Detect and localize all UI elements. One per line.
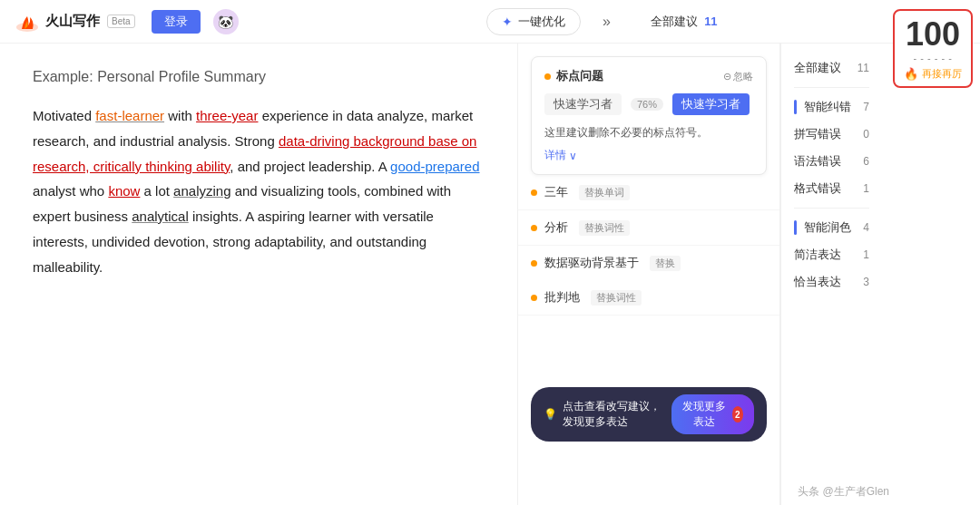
item-label-shuju: 数据驱动背景基于 xyxy=(544,255,639,271)
sidebar-item-concise[interactable]: 简洁表达 1 xyxy=(781,241,882,268)
suggestion-card-punctuation: 标点问题 ⊝ 忽略 快速学习者 76% 快速学习者 这里建议删除不必要的标点符号… xyxy=(531,56,767,175)
item-label-pipa: 批判地 xyxy=(544,289,580,306)
concise-label: 简洁表达 xyxy=(794,247,841,263)
grammar-count: 6 xyxy=(863,155,869,168)
smart-polish-bar: 智能润色 xyxy=(794,219,851,236)
grammar-label: 语法错误 xyxy=(794,153,841,170)
suggestion-description: 这里建议删除不必要的标点符号。 xyxy=(544,124,753,141)
concise-count: 1 xyxy=(863,248,869,261)
header-center: ✦ 一键优化 » 全部建议 11 xyxy=(239,8,965,35)
spark-icon: ✦ xyxy=(502,15,513,29)
format-count: 1 xyxy=(863,182,869,195)
spelling-label: 拼写错误 xyxy=(794,126,841,142)
blue-indicator xyxy=(794,100,797,114)
sidebar-item-grammar[interactable]: 语法错误 6 xyxy=(781,148,882,175)
highlight-good-prepared[interactable]: good-prepared xyxy=(390,159,479,174)
dot-icon xyxy=(531,260,537,267)
suggestions-panel: 标点问题 ⊝ 忽略 快速学习者 76% 快速学习者 这里建议删除不必要的标点符号… xyxy=(517,44,780,505)
highlight-analytical[interactable]: analytical xyxy=(132,209,189,224)
proper-count: 3 xyxy=(863,276,869,288)
login-button[interactable]: 登录 xyxy=(152,10,201,34)
score-sub: - - - - - - xyxy=(902,53,964,63)
replace-button-shuju[interactable]: 替换 xyxy=(650,256,681,271)
proper-label: 恰当表达 xyxy=(794,274,841,290)
ignore-label: 忽略 xyxy=(733,70,753,83)
text-and: , and project leadership. A xyxy=(230,159,390,174)
word-compare: 快速学习者 76% 快速学习者 xyxy=(544,93,753,115)
smart-correction-label: 智能纠错 xyxy=(804,99,851,115)
chevron-down-icon: ∨ xyxy=(569,150,577,162)
tooltip-bar: 💡 点击查看改写建议，发现更多表达 发现更多表达 2 xyxy=(531,387,767,442)
sidebar-all-count: 11 xyxy=(858,62,869,74)
sidebar-item-format[interactable]: 格式错误 1 xyxy=(781,175,882,202)
more-button[interactable]: » xyxy=(595,10,618,34)
highlight-fast-learner[interactable]: fast-learner xyxy=(95,108,164,123)
ignore-button[interactable]: ⊝ 忽略 xyxy=(723,70,753,83)
score-tag: 76% xyxy=(631,98,663,111)
smart-correction-bar: 智能纠错 xyxy=(794,99,851,115)
sidebar-item-proper[interactable]: 恰当表达 3 xyxy=(781,268,882,296)
suggestion-card-header: 标点问题 ⊝ 忽略 xyxy=(544,68,753,84)
beta-badge: Beta xyxy=(107,15,135,28)
dot-icon xyxy=(531,225,537,231)
suggestion-item-3nian: 三年 替换单词 xyxy=(518,175,779,210)
item-label-fenxi: 分析 xyxy=(544,219,568,236)
tooltip-message: 点击查看改写建议，发现更多表达 xyxy=(563,399,671,430)
suggestion-item-shuju: 数据驱动背景基于 替换 xyxy=(518,246,779,280)
sidebar-divider-2 xyxy=(794,208,869,209)
sidebar-item-smart-correction[interactable]: 智能纠错 7 xyxy=(781,93,882,121)
score-action-label: 再接再厉 xyxy=(922,67,962,81)
sidebar-item-smart-polish[interactable]: 智能润色 4 xyxy=(781,214,882,241)
item-label-3nian: 三年 xyxy=(544,184,568,200)
dot-icon xyxy=(531,189,537,196)
editor-area: Example: Personal Profile Summary Motiva… xyxy=(0,44,517,505)
dot-icon xyxy=(544,73,551,80)
highlight-three-year[interactable]: three-year xyxy=(196,108,258,123)
doc-body: Motivated fast-learner with three-year e… xyxy=(33,103,485,279)
text-motivated: Motivated xyxy=(33,108,95,123)
word-suggested[interactable]: 快速学习者 xyxy=(672,93,750,115)
sidebar-divider-1 xyxy=(794,87,869,88)
logo-icon xyxy=(15,9,40,34)
text-analyst: analyst who xyxy=(33,183,108,199)
optimize-button[interactable]: ✦ 一键优化 xyxy=(486,8,581,35)
discover-label: 发现更多表达 xyxy=(682,399,727,430)
tooltip-text: 💡 点击查看改写建议，发现更多表达 xyxy=(544,399,671,430)
watermark: 头条 @生产者Glen xyxy=(798,484,889,500)
text-with: with xyxy=(164,108,196,123)
smart-polish-label: 智能润色 xyxy=(804,219,851,236)
sidebar-item-spelling[interactable]: 拼写错误 0 xyxy=(781,121,882,148)
discover-count-badge: 2 xyxy=(732,406,743,422)
detail-button[interactable]: 详情 ∨ xyxy=(544,148,577,163)
format-label: 格式错误 xyxy=(794,180,841,197)
smart-polish-count: 4 xyxy=(863,221,869,234)
fire-icon: 🔥 xyxy=(904,67,918,81)
sidebar-all-label: 全部建议 xyxy=(794,60,841,76)
suggestion-type-label: 标点问题 xyxy=(556,68,603,84)
replace-pos-button-pipa[interactable]: 替换词性 xyxy=(591,290,642,306)
suggestion-item-fenxi: 分析 替换词性 xyxy=(518,210,779,246)
text-alot: a lot xyxy=(140,183,173,199)
sidebar-item-all[interactable]: 全部建议 11 xyxy=(781,54,882,82)
avatar-button[interactable]: 🐼 xyxy=(213,9,239,34)
logo-text: 火山写作 xyxy=(45,13,100,30)
logo-area: 火山写作 Beta 登录 🐼 xyxy=(15,9,239,34)
discover-more-button[interactable]: 发现更多表达 2 xyxy=(671,394,754,434)
dot-icon xyxy=(531,295,537,301)
score-number: 100 xyxy=(902,16,964,53)
highlight-analyzing[interactable]: analyzing xyxy=(173,183,230,199)
replace-pos-button-fenxi[interactable]: 替换词性 xyxy=(579,220,630,236)
lightbulb-icon: 💡 xyxy=(544,408,557,421)
replace-word-button-3nian[interactable]: 替换单词 xyxy=(579,185,630,200)
score-box: 100 - - - - - - 🔥 再接再厉 xyxy=(893,9,973,88)
app-header: 火山写作 Beta 登录 🐼 ✦ 一键优化 » 全部建议 11 xyxy=(0,0,980,44)
ignore-circle-icon: ⊝ xyxy=(723,71,731,83)
optimize-label: 一键优化 xyxy=(518,14,565,30)
smart-correction-count: 7 xyxy=(863,101,869,113)
suggestions-header-label: 全部建议 11 xyxy=(651,14,718,30)
highlight-know[interactable]: know xyxy=(108,183,140,199)
suggestion-type: 标点问题 xyxy=(544,68,603,84)
detail-label: 详情 xyxy=(544,148,566,163)
score-action[interactable]: 🔥 再接再厉 xyxy=(902,67,964,81)
blue-indicator-2 xyxy=(794,220,797,235)
